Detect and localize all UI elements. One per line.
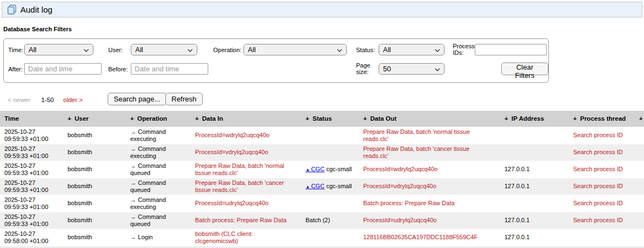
cgc-link[interactable]: ▲ CGC [306, 166, 325, 172]
time-filter-select[interactable]: All [24, 44, 93, 55]
search-page-button[interactable]: Search page... [108, 93, 166, 105]
cell-operation: → Command executing [126, 127, 191, 144]
cell-time: 2025-10-27 09:59:33 +01:00 [0, 144, 63, 161]
chevron-down-icon [337, 46, 342, 54]
operation-filter-select[interactable]: All [243, 44, 347, 55]
search-process-id-link[interactable]: Search process ID [573, 217, 623, 223]
add-filter-icon[interactable]: + [573, 115, 577, 122]
data_in-link[interactable]: bobsmith (CLC client: clcgenomicswb) [195, 230, 253, 244]
cell-status [301, 127, 359, 144]
page-size-select[interactable]: 50 [379, 63, 445, 75]
add-filter-icon[interactable]: + [363, 115, 367, 122]
after-filter-label: After: [8, 66, 23, 72]
add-filter-icon[interactable]: + [195, 115, 199, 122]
add-filter-icon[interactable]: + [504, 115, 508, 122]
user-filter-select[interactable]: All [131, 44, 197, 55]
data_in-link[interactable]: ProcessId=udrylq2uqcq40o [195, 200, 269, 206]
cell-data_in: ProcessId=vdrylq2uqcq40o [191, 144, 301, 161]
cell-data_out: ProcessId=wdrylq2uqcq40o [359, 161, 500, 178]
table-row: 2025-10-27 09:58:00 +01:00bobsmith→ Logi… [0, 229, 644, 246]
search-process-id-link[interactable]: Search process ID [573, 149, 623, 155]
pagination-range: 1-50 [41, 97, 54, 103]
cell-extra [635, 212, 644, 229]
cell-ip [500, 127, 569, 144]
cell-extra [635, 178, 644, 195]
operation-filter-value: All [248, 46, 256, 54]
audit-log-table: Time+User+Operation+Data In+Status+Data … [0, 111, 644, 246]
search-process-id-link[interactable]: Search process ID [573, 166, 623, 172]
cell-status [301, 229, 359, 246]
cell-status: Batch (2) [301, 212, 359, 229]
data_out-link[interactable]: Prepare Raw Data, batch 'normal tissue r… [363, 128, 470, 142]
data_out-link[interactable]: ProcessId=udrylq2uqcq40o [363, 217, 437, 223]
data_out-link[interactable]: Prepare Raw Data, batch 'cancer tissue r… [363, 145, 469, 159]
cell-thread: Search process ID [569, 144, 635, 161]
column-header-data_out[interactable]: +Data Out [359, 111, 500, 127]
add-filter-icon[interactable]: + [130, 115, 134, 122]
before-filter-label: Before: [108, 66, 127, 72]
column-header-time[interactable]: Time [0, 111, 63, 127]
data_in-link[interactable]: Batch process: Prepare Raw Data [195, 217, 286, 223]
data_out-link[interactable]: 128116BB02635CA197DDC1188F559C4F [363, 234, 478, 240]
column-header-operation[interactable]: +Operation [126, 111, 191, 127]
search-process-id-link[interactable]: Search process ID [573, 183, 623, 189]
column-header-data_in[interactable]: +Data In [191, 111, 301, 127]
cell-operation: → Command queued [126, 178, 191, 195]
filter-panel: Time: All User: All Operation: All Statu… [3, 38, 549, 83]
page-title: Audit log [20, 5, 52, 14]
cgc-link[interactable]: ▲ CGC [306, 183, 325, 189]
cell-data_in: Batch process: Prepare Raw Data [191, 212, 301, 229]
pagination-older-link[interactable]: older > [63, 97, 82, 103]
process-ids-input[interactable] [475, 44, 547, 55]
column-header-thread[interactable]: +Process thread [569, 111, 635, 127]
data_out-link[interactable]: ProcessId=wdrylq2uqcq40o [363, 166, 437, 172]
column-label: Operation [137, 115, 167, 122]
data_in-link[interactable]: ProcessId=vdrylq2uqcq40o [195, 149, 268, 155]
cell-data_out: Batch process: Prepare Raw Data [359, 195, 500, 212]
column-header-extra[interactable]: + [635, 111, 644, 127]
cell-user: bobsmith [63, 178, 126, 195]
after-date-input[interactable] [24, 63, 102, 75]
upload-icon: ▲ [306, 167, 311, 172]
cell-data_in: Prepare Raw Data, batch 'normal tissue r… [191, 161, 301, 178]
table-header: Time+User+Operation+Data In+Status+Data … [0, 111, 644, 127]
data_in-link[interactable]: Prepare Raw Data, batch 'normal tissue r… [195, 162, 284, 176]
cell-time: 2025-10-27 09:59:33 +01:00 [0, 195, 63, 212]
data_out-link[interactable]: ProcessId=vdrylq2uqcq40o [363, 183, 436, 189]
cell-extra [635, 161, 644, 178]
cell-user: bobsmith [63, 127, 126, 144]
cell-user: bobsmith [63, 195, 126, 212]
add-filter-icon[interactable]: + [639, 115, 643, 122]
column-label: Data In [202, 115, 223, 122]
data_out-link[interactable]: Batch process: Prepare Raw Data [363, 200, 454, 206]
column-header-status[interactable]: +Status [301, 111, 359, 127]
cell-data_out: 128116BB02635CA197DDC1188F559C4F [359, 229, 500, 246]
chevron-down-icon [435, 46, 440, 54]
cell-user: bobsmith [63, 144, 126, 161]
search-process-id-link[interactable]: Search process ID [573, 132, 623, 138]
cell-time: 2025-10-27 09:59:33 +01:00 [0, 212, 63, 229]
data_in-link[interactable]: ProcessId=wdrylq2uqcq40o [195, 132, 269, 138]
cell-status [301, 195, 359, 212]
cell-operation: → Login [126, 229, 191, 246]
column-header-user[interactable]: +User [63, 111, 126, 127]
column-label: User [75, 115, 89, 122]
cell-ip: 127.0.0.1 [500, 161, 569, 178]
filters-section-title: Database Search Filters [3, 26, 72, 32]
data_in-link[interactable]: Prepare Raw Data, batch 'cancer tissue r… [195, 179, 284, 193]
cell-thread: Search process ID [569, 178, 635, 195]
before-date-input[interactable] [131, 63, 208, 75]
user-filter-value: All [135, 46, 143, 54]
table-row: 2025-10-27 09:59:33 +01:00bobsmith→ Comm… [0, 178, 644, 195]
column-header-ip[interactable]: +IP Address [500, 111, 569, 127]
search-process-id-link[interactable]: Search process ID [573, 200, 623, 206]
cell-ip: 127.0.0.1 [500, 212, 569, 229]
add-filter-icon[interactable]: + [306, 115, 309, 122]
refresh-button[interactable]: Refresh [165, 93, 203, 105]
clear-filters-button[interactable]: Clear Filters [501, 63, 548, 75]
status-filter-select[interactable]: All [379, 44, 445, 55]
cell-time: 2025-10-27 09:59:33 +01:00 [0, 127, 63, 144]
cell-operation: → Command queued [126, 212, 191, 229]
cell-user: bobsmith [63, 212, 126, 229]
add-filter-icon[interactable]: + [68, 115, 71, 122]
